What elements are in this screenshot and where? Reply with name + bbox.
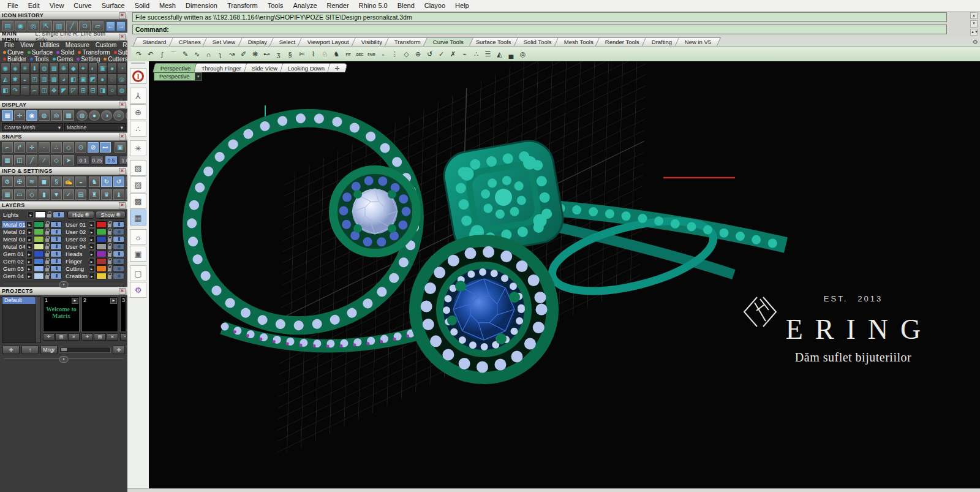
thumbnail-box[interactable]: 3 ▶ xyxy=(120,297,126,332)
tool-icon[interactable]: ✦ xyxy=(78,62,88,74)
menu-item[interactable]: Curve xyxy=(69,1,96,10)
viewport-tool-icon[interactable]: ∴ xyxy=(130,121,146,137)
tool-icon[interactable]: ❋ xyxy=(59,62,69,74)
snap-icon[interactable]: ⊘ xyxy=(88,142,99,153)
settings-icon[interactable]: ▮ xyxy=(39,189,50,200)
layer-toggle[interactable] xyxy=(113,221,124,228)
close-icon[interactable]: ✕ xyxy=(119,168,126,175)
layer-row[interactable]: Creation ▶ xyxy=(64,273,124,279)
layers-header[interactable]: LAYERS ✕ xyxy=(0,201,127,210)
curve-tool-icon[interactable]: FAIR xyxy=(366,48,377,61)
layer-row[interactable]: Gem 03 ▶ xyxy=(2,265,62,272)
curve-tool-icon[interactable]: ʃ xyxy=(156,48,168,61)
layer-swatch[interactable] xyxy=(34,258,44,265)
projects-list[interactable]: Default xyxy=(2,297,41,343)
settings-icon[interactable]: ▤ xyxy=(75,189,86,200)
close-icon[interactable]: ✕ xyxy=(119,102,126,108)
snap-increment-button[interactable]: 0.5 xyxy=(105,156,118,165)
lock-icon[interactable] xyxy=(108,231,111,235)
settings-icon[interactable]: ⚙ xyxy=(2,176,13,187)
thumbnail-box[interactable]: 2 ▶ xyxy=(81,297,118,332)
layer-swatch[interactable] xyxy=(96,221,107,228)
viewport-label-text[interactable]: Perspective xyxy=(154,72,195,81)
viewport-tool-icon[interactable]: ▦ xyxy=(130,210,146,225)
snap-icon[interactable]: ◫ xyxy=(14,155,25,165)
snap-icon[interactable]: ➤ xyxy=(63,155,74,165)
curve-tool-icon[interactable]: ⌁ xyxy=(459,48,470,61)
history-icon[interactable]: ▱ xyxy=(92,21,104,31)
layer-swatch[interactable] xyxy=(35,211,46,218)
toolbar-grip[interactable] xyxy=(131,62,145,67)
close-icon[interactable]: ✕ xyxy=(119,134,126,140)
layer-expand-button[interactable]: ▶ xyxy=(26,229,32,235)
project-thumbnail[interactable]: 3 ▶ ✛ ▤ ✕ xyxy=(120,297,126,343)
curve-tool-icon[interactable]: ☰ xyxy=(482,48,494,61)
tool-icon[interactable]: ○ xyxy=(107,85,117,96)
tool-icon[interactable]: ▣ xyxy=(97,62,107,74)
curve-tool-icon[interactable]: ↷ xyxy=(133,48,145,61)
settings-icon[interactable]: ◇ xyxy=(26,189,37,200)
layer-swatch[interactable] xyxy=(96,265,107,272)
slider-handle[interactable] xyxy=(61,348,67,351)
layer-expand-button[interactable]: ▶ xyxy=(89,251,95,257)
viewport-tool-icon[interactable]: ▧ xyxy=(130,160,146,176)
viewport-tool-icon[interactable]: ⚙ xyxy=(130,282,146,298)
layer-swatch[interactable] xyxy=(96,236,107,243)
curve-tool-icon[interactable]: ❋ xyxy=(249,48,261,61)
tool-icon[interactable]: ▦ xyxy=(49,74,59,85)
menu-item[interactable]: File xyxy=(2,1,23,10)
command-history-line[interactable]: File successfully written as \\192.168.1… xyxy=(132,12,947,22)
history-icon[interactable]: ⊙ xyxy=(79,21,91,31)
layer-row[interactable]: User 01 ▶ xyxy=(64,221,124,228)
layer-expand-button[interactable]: ▶ xyxy=(26,251,32,257)
settings-icon[interactable]: ✍ xyxy=(63,176,74,187)
curve-tool-icon[interactable]: ◎ xyxy=(517,48,529,61)
lock-icon[interactable] xyxy=(108,246,111,249)
main-menu-entry[interactable]: Utilities xyxy=(37,42,62,48)
tool-icon[interactable]: ◨ xyxy=(97,85,107,96)
layer-toggle[interactable] xyxy=(113,251,124,257)
command-prompt-input[interactable]: Command: xyxy=(132,25,947,34)
settings-icon[interactable]: ♞ xyxy=(89,176,100,187)
layer-expand-button[interactable]: ▶ xyxy=(89,273,95,279)
tool-icon[interactable]: ◆ xyxy=(69,62,78,74)
viewport-tab[interactable]: ✛ xyxy=(327,63,348,72)
menu-item[interactable]: Render xyxy=(322,1,354,10)
layer-expand-button[interactable]: ▶ xyxy=(26,265,32,272)
display-mode-icon[interactable]: ▦ xyxy=(2,110,13,121)
settings-icon[interactable]: ♜ xyxy=(89,189,100,200)
tool-icon[interactable]: ◕ xyxy=(59,74,69,85)
lock-icon[interactable] xyxy=(108,253,111,257)
layer-expand-button[interactable]: ▶ xyxy=(89,221,95,228)
layer-row[interactable]: User 03 ▶ xyxy=(64,236,124,243)
layer-name[interactable]: Gem 04 xyxy=(2,273,25,279)
menu-item[interactable]: Blend xyxy=(393,1,420,10)
display-header[interactable]: DISPLAY ✕ xyxy=(0,100,127,109)
thumbnail-menu-button[interactable]: ▶ xyxy=(72,298,78,304)
layer-toggle[interactable] xyxy=(113,229,124,235)
main-menu-entry[interactable]: File xyxy=(1,42,17,48)
menu-item[interactable]: Mesh xyxy=(154,1,181,10)
tool-icon[interactable]: ✥ xyxy=(49,85,59,96)
layer-row[interactable]: Metal 03 ▶ xyxy=(2,236,62,243)
layer-toggle[interactable] xyxy=(50,229,62,235)
settings-icon[interactable]: ✓ xyxy=(63,189,74,200)
tool-icon[interactable]: ◎ xyxy=(117,74,127,85)
curve-tool-icon[interactable]: ♞ xyxy=(331,48,342,61)
tool-icon[interactable]: ◧ xyxy=(1,85,10,96)
thumb-save-button[interactable]: ▤ xyxy=(94,333,105,341)
viewport-tab[interactable]: Side View xyxy=(244,63,285,72)
project-thumbnail[interactable]: 1 ▶ Welcome to Matrix ✛ ▤ ✕ xyxy=(43,297,80,343)
history-icon[interactable]: ◉ xyxy=(15,21,26,31)
layer-row[interactable]: Metal 04 ▶ xyxy=(2,243,62,250)
display-mode-icon[interactable]: ◉ xyxy=(26,110,37,121)
curve-tool-icon[interactable]: ↺ xyxy=(424,48,435,61)
viewport-tab[interactable]: Through Finger xyxy=(194,63,249,72)
layer-name[interactable]: Metal 01 xyxy=(2,221,25,228)
menu-item[interactable]: Tools xyxy=(263,1,288,10)
settings-icon[interactable]: ▭ xyxy=(14,189,25,200)
settings-icon[interactable]: ↻ xyxy=(101,176,112,187)
layer-swatch[interactable] xyxy=(34,273,44,279)
curve-tool-icon[interactable]: ∩ xyxy=(203,48,214,61)
snap-icon[interactable]: ╱ xyxy=(26,155,37,165)
